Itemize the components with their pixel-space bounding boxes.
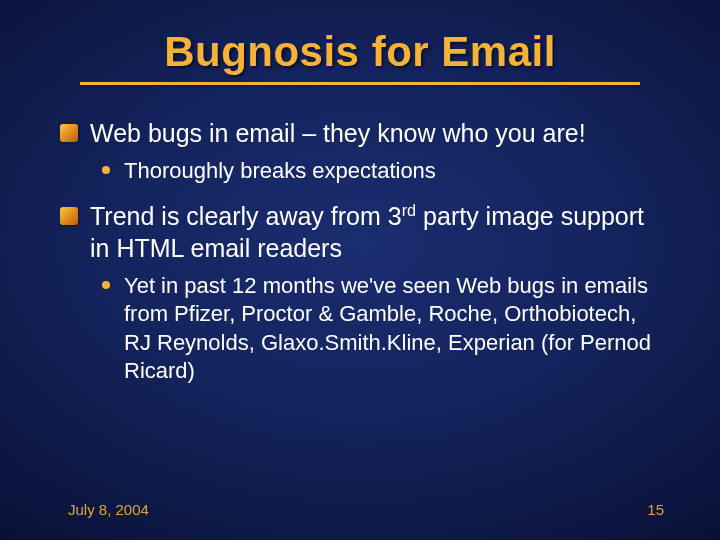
bullet-marker-icon bbox=[60, 207, 78, 225]
bullet-level1: Trend is clearly away from 3rd party ima… bbox=[60, 200, 660, 264]
slide-body: Web bugs in email – they know who you ar… bbox=[0, 85, 720, 386]
bullet-text-pre: Trend is clearly away from 3 bbox=[90, 202, 402, 230]
slide-title: Bugnosis for Email bbox=[0, 0, 720, 82]
ordinal-superscript: rd bbox=[402, 200, 416, 218]
slide: Bugnosis for Email Web bugs in email – t… bbox=[0, 0, 720, 540]
footer-page-number: 15 bbox=[647, 501, 664, 518]
bullet-text: Web bugs in email – they know who you ar… bbox=[90, 117, 586, 149]
slide-footer: July 8, 2004 15 bbox=[0, 501, 720, 518]
bullet-level2: Thoroughly breaks expectations bbox=[102, 157, 660, 186]
footer-date: July 8, 2004 bbox=[68, 501, 149, 518]
sub-bullet-text: Yet in past 12 months we've seen Web bug… bbox=[124, 272, 660, 386]
bullet-marker-icon bbox=[60, 124, 78, 142]
bullet-level2: Yet in past 12 months we've seen Web bug… bbox=[102, 272, 660, 386]
bullet-level1: Web bugs in email – they know who you ar… bbox=[60, 117, 660, 149]
bullet-text: Trend is clearly away from 3rd party ima… bbox=[90, 200, 660, 264]
sub-bullet-text: Thoroughly breaks expectations bbox=[124, 157, 436, 186]
sub-bullet-dot-icon bbox=[102, 166, 110, 174]
sub-bullet-dot-icon bbox=[102, 281, 110, 289]
